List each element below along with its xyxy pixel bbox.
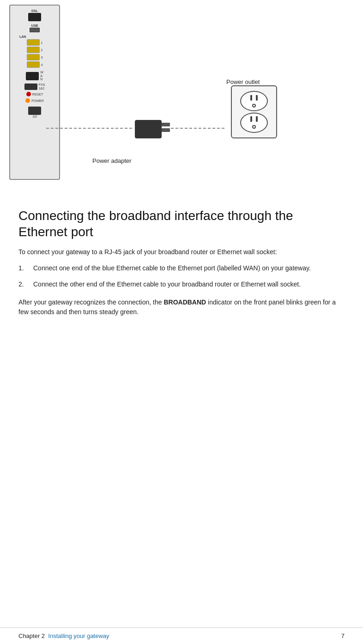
lan-num-4: 4 [41, 63, 43, 66]
dsl-port [28, 13, 41, 21]
lan-port-1: 1 [27, 39, 43, 46]
outlet-slot-right [256, 95, 258, 101]
step-text-1: Connect one end of the blue Ethernet cab… [33, 263, 340, 273]
usb-label: USB [31, 24, 38, 27]
step-num-2: 2. [18, 280, 30, 289]
footer-page-number: 7 [341, 632, 345, 639]
lan-port-3: 3 [27, 54, 43, 60]
step-item-2: 2. Connect the other end of the Ethernet… [18, 280, 340, 289]
intro-text: To connect your gateway to a RJ-45 jack … [18, 247, 340, 257]
footer-chapter-label: Chapter 2 [18, 632, 45, 639]
after-text: After your gateway recognizes the connec… [18, 298, 340, 317]
outlet-socket-top [240, 91, 268, 111]
fxs-jack [24, 83, 37, 90]
outlet-socket-bottom [240, 113, 268, 133]
footer-left: Chapter 2 Installing your gateway [18, 632, 109, 639]
power-outlet-label: Power outlet [226, 78, 260, 85]
step-text-2: Connect the other end of the Ethernet ca… [33, 280, 340, 289]
section-title: Connecting the broadband interface throu… [18, 208, 340, 240]
power-label: POWER [31, 99, 43, 102]
io-label: 1/0 [32, 115, 37, 118]
lan-jack-4 [27, 61, 40, 68]
reset-label: RESET [32, 93, 43, 96]
svg-rect-2 [162, 123, 170, 126]
content-section: Connecting the broadband interface throu… [0, 198, 363, 333]
io-jack [28, 107, 41, 115]
fxs-label: FXS1&2 [39, 83, 45, 90]
step-num-1: 1. [18, 263, 30, 273]
usb-port [30, 28, 40, 32]
after-text-prefix: After your gateway recognizes the connec… [18, 298, 163, 306]
wan-label: WAN [40, 71, 43, 81]
outlet-slot-right-b [256, 116, 258, 122]
wan-port-group: WAN [26, 71, 43, 81]
power-cable-svg [46, 111, 259, 157]
wan-jack [26, 72, 39, 80]
after-text-bold: BROADBAND [163, 298, 206, 306]
outlet-slot-left-b [250, 116, 252, 122]
lan-num-2: 2 [41, 48, 43, 52]
lan-label: LAN [19, 35, 26, 38]
page-footer: Chapter 2 Installing your gateway 7 [0, 627, 363, 644]
power-dot [25, 98, 30, 103]
outlet-slot-left [250, 95, 252, 101]
step-item-1: 1. Connect one end of the blue Ethernet … [18, 263, 340, 273]
lan-port-2: 2 [27, 47, 43, 53]
svg-rect-3 [162, 128, 170, 132]
dsl-label: DSL [31, 9, 38, 12]
outlet-slots-bottom [250, 116, 258, 122]
fxs-group: FXS1&2 [24, 83, 45, 90]
lan-jack-1 [27, 39, 40, 46]
steps-list: 1. Connect one end of the blue Ethernet … [18, 263, 340, 289]
lan-port-4: 4 [27, 61, 43, 68]
footer-chapter-link: Installing your gateway [48, 632, 109, 639]
lan-jack-3 [27, 54, 40, 60]
lan-jack-2 [27, 47, 40, 53]
io-group: 1/0 [28, 107, 41, 118]
reset-dot [26, 92, 31, 96]
lan-num-3: 3 [41, 56, 43, 59]
outlet-slots-top [250, 95, 258, 101]
outlet-slot-round-top [252, 104, 256, 107]
svg-rect-1 [135, 120, 162, 138]
power-outlet [231, 85, 277, 138]
lan-ports: 1 2 3 4 [27, 39, 43, 68]
power-group: POWER [25, 98, 43, 103]
lan-num-1: 1 [41, 41, 43, 44]
reset-group: RESET [26, 92, 43, 96]
diagram-section: DSL USB LAN 1 2 3 4 WAN [0, 0, 363, 194]
outlet-slot-round-bottom [252, 125, 256, 129]
power-adapter-label: Power adapter [92, 157, 132, 165]
